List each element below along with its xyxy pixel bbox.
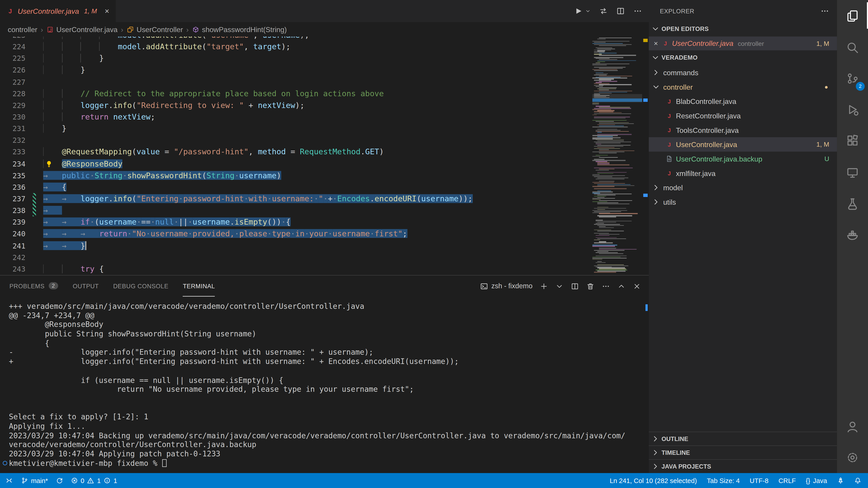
tree-item-usercontroller-java[interactable]: JUserController.java1, M — [649, 137, 837, 152]
panel-tab-problems[interactable]: PROBLEMS2 — [9, 275, 59, 297]
tree-item-blabcontroller-java[interactable]: JBlabController.java — [649, 94, 837, 108]
terminal-line — [9, 394, 649, 403]
code-line[interactable]: 242 — [0, 252, 592, 263]
code-line[interactable]: 237→ → logger.info("Entering·password-hi… — [0, 193, 592, 205]
code-line[interactable]: 239→ → if·(username·==·null·||·username.… — [0, 217, 592, 228]
language-status[interactable]: {}Java — [806, 473, 827, 488]
more-actions-icon[interactable] — [820, 6, 829, 15]
code-line[interactable]: 227 — [0, 76, 592, 88]
code-line[interactable]: 234 @ResponseBody — [0, 158, 592, 170]
tree-item-toolscontroller-java[interactable]: JToolsController.java — [649, 123, 837, 137]
cursor-position-status[interactable]: Ln 241, Col 10 (282 selected) — [610, 473, 697, 488]
close-panel-icon[interactable] — [633, 282, 641, 290]
open-editors-header[interactable]: OPEN EDITORS — [649, 22, 837, 35]
close-icon[interactable]: × — [654, 39, 661, 48]
terminal-picker-label: zsh - fixdemo — [491, 282, 532, 290]
tree-item-commands[interactable]: commands — [649, 65, 837, 80]
panel-tab-output[interactable]: OUTPUT — [73, 275, 99, 297]
breadcrumb-item[interactable]: controller — [8, 25, 37, 33]
tree-item-controller[interactable]: controller● — [649, 80, 837, 94]
activity-accounts[interactable] — [837, 413, 868, 440]
activity-extensions[interactable] — [837, 127, 868, 154]
problems-status[interactable]: 011 — [71, 473, 117, 488]
remote-indicator[interactable] — [5, 473, 13, 488]
terminal-dropdown-icon[interactable] — [555, 282, 563, 290]
panel-tab-debug-console[interactable]: DEBUG CONSOLE — [113, 275, 168, 297]
terminal-prompt-text: kmetivier@kmetivier-mbp fixdemo % — [9, 458, 162, 467]
split-editor-icon[interactable] — [616, 6, 625, 15]
code-line[interactable]: 232 — [0, 135, 592, 147]
section-outline[interactable]: OUTLINE — [649, 431, 837, 445]
tab-usercontroller-java[interactable]: J UserController.java 1, M × — [0, 0, 116, 22]
code-line[interactable]: 241→ → } — [0, 240, 592, 252]
split-terminal-icon[interactable] — [571, 282, 579, 290]
terminal-picker[interactable]: zsh - fixdemo — [480, 282, 532, 290]
branch-status[interactable]: main* — [21, 473, 48, 488]
activity-remote-explorer[interactable] — [837, 159, 868, 186]
code-line[interactable]: 233 @RequestMapping(value = "/password-h… — [0, 147, 592, 158]
breadcrumb-item[interactable]: showPasswordHint(String) — [192, 25, 287, 33]
notifications[interactable] — [854, 473, 862, 488]
command-decoration-icon[interactable] — [3, 461, 7, 465]
code-line[interactable]: 231 } — [0, 123, 592, 135]
tree-item-resetcontroller-java[interactable]: JResetController.java — [649, 108, 837, 123]
java-status[interactable] — [837, 473, 844, 488]
code-line[interactable]: 223 model.addAttribute("username", usern… — [0, 37, 592, 41]
tree-item-usercontroller-java-backup[interactable]: UserController.java.backupU — [649, 152, 837, 166]
java-file-icon: J — [6, 8, 14, 14]
maximize-panel-icon[interactable] — [617, 282, 626, 290]
activity-explorer[interactable] — [837, 2, 868, 29]
activity-settings[interactable] — [837, 445, 868, 471]
more-actions-icon[interactable] — [633, 6, 642, 15]
panel-more-icon[interactable] — [602, 282, 610, 290]
editor-group: J UserController.java 1, M × controller›… — [0, 0, 649, 473]
panel-tab-label: PROBLEMS — [9, 283, 45, 289]
lightbulb-icon[interactable] — [45, 160, 53, 168]
code-line[interactable]: 229 logger.info("Redirecting to view: " … — [0, 99, 592, 111]
breadcrumb-item[interactable]: UserController — [127, 25, 183, 33]
minimap[interactable] — [592, 37, 642, 275]
terminal-line: + logger.info("Entering password-hint wi… — [9, 357, 649, 366]
encoding-status[interactable]: UTF-8 — [750, 473, 769, 488]
open-editor-item[interactable]: ×JUserController.javacontroller1, M — [649, 37, 837, 51]
file-label: ResetController.java — [676, 111, 741, 120]
code-line[interactable]: 240→ → → return·"No·username·provided,·p… — [0, 228, 592, 240]
code-line[interactable]: 224 model.addAttribute("target", target)… — [0, 41, 592, 53]
activity-run-debug[interactable] — [837, 96, 868, 123]
close-icon[interactable]: × — [105, 7, 109, 15]
breadcrumb-item[interactable]: UserController.java — [46, 25, 118, 33]
kill-terminal-icon[interactable] — [586, 282, 594, 290]
tree-item-model[interactable]: model — [649, 180, 837, 195]
sync-status[interactable] — [56, 473, 63, 488]
code-line[interactable]: 238→ — [0, 205, 592, 217]
workspace-header[interactable]: VERADEMO — [649, 51, 837, 64]
code-line[interactable]: 236→ { — [0, 182, 592, 193]
java-file-icon: J — [665, 170, 673, 176]
new-terminal-icon[interactable] — [540, 282, 548, 290]
code-editor[interactable]: 223 model.addAttribute("username", usern… — [0, 37, 649, 275]
activity-docker[interactable] — [837, 221, 868, 248]
code-line[interactable]: 243 try { — [0, 263, 592, 275]
section-timeline[interactable]: TIMELINE — [649, 445, 837, 459]
code-line[interactable]: 230 return nextView; — [0, 111, 592, 123]
terminal[interactable]: +++ verademo/src/main/java/com/veracode/… — [0, 297, 649, 473]
run-dropdown-icon[interactable] — [585, 8, 591, 14]
ruler-mark — [643, 98, 648, 102]
code-line[interactable]: 235→ public·String·showPasswordHint(Stri… — [0, 170, 592, 182]
code-line[interactable]: 226 } — [0, 64, 592, 76]
section-java-projects[interactable]: JAVA PROJECTS — [649, 459, 837, 473]
tree-item-xmlfilter-java[interactable]: Jxmlfilter.java — [649, 166, 837, 181]
code-line[interactable]: 225 } — [0, 53, 592, 64]
line-number: 239 — [0, 217, 26, 228]
run-icon[interactable] — [574, 6, 582, 15]
code-text: } — [43, 54, 104, 63]
indentation-status[interactable]: Tab Size: 4 — [707, 473, 740, 488]
activity-search[interactable] — [837, 34, 868, 61]
open-changes-icon[interactable] — [599, 6, 608, 15]
activity-testing[interactable] — [837, 190, 868, 217]
code-line[interactable]: 228 // Redirect to the appropriate place… — [0, 88, 592, 100]
activity-source-control[interactable]: 2 — [837, 65, 868, 92]
eol-status[interactable]: CRLF — [778, 473, 796, 488]
tree-item-utils[interactable]: utils — [649, 195, 837, 209]
panel-tab-terminal[interactable]: TERMINAL — [183, 275, 215, 297]
